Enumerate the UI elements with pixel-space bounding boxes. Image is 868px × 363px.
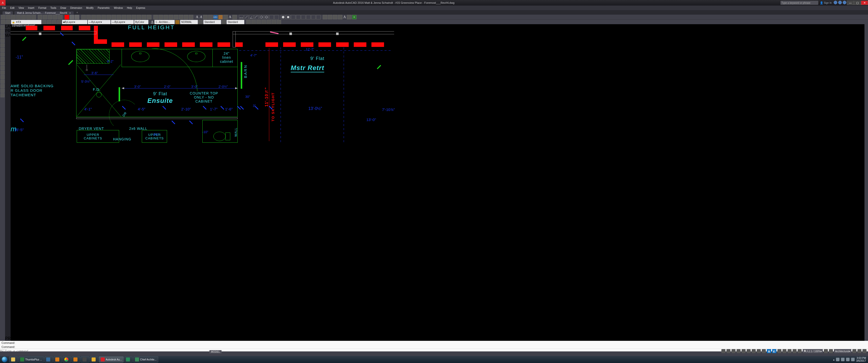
erase-icon[interactable] [142,15,146,20]
taskbar-app4[interactable] [90,357,98,363]
point-icon[interactable] [179,15,183,20]
undo-icon[interactable] [26,15,31,20]
dyn-icon[interactable] [752,349,756,353]
plotstyle-control[interactable]: ByColor [134,20,148,25]
textalign-icon[interactable] [223,15,228,20]
transp-icon[interactable] [762,349,766,353]
tool-leader-icon[interactable] [0,66,4,70]
tool-rect-icon[interactable] [0,43,4,47]
layer-dropdown[interactable]: 🔒 ☀ FX [11,20,41,25]
iso-icon[interactable] [793,349,797,353]
qnew-icon[interactable] [1,15,5,20]
block-icon[interactable] [323,15,327,20]
minimize-button[interactable]: — [847,0,854,5]
open-icon[interactable] [6,15,10,20]
rect-icon[interactable] [58,15,63,20]
linetype-control[interactable]: — ByLayer ▾ [111,20,134,25]
extend-icon[interactable] [117,15,121,20]
circle-icon[interactable] [48,15,53,20]
menu-edit[interactable]: Edit [8,6,17,9]
menu-parametric[interactable]: Parametric [96,6,112,9]
dim-diameter-icon[interactable] [264,15,269,20]
props-icon[interactable] [347,15,351,20]
annomon-icon[interactable] [777,349,781,353]
settings-icon[interactable]: ✳ [352,15,356,20]
dimstyle-icon[interactable] [175,20,180,25]
hatch-icon[interactable] [153,15,158,20]
chamfer-icon[interactable] [127,15,131,20]
tray-chevron-icon[interactable]: ▴ [833,358,834,361]
tool-circle-icon[interactable] [0,34,4,38]
osnap-icon[interactable] [742,349,746,353]
otrack-icon[interactable] [747,349,751,353]
annot-tool-icon[interactable] [232,15,237,20]
tray-network-icon[interactable] [846,358,849,361]
copy-icon[interactable] [86,15,91,20]
start-tab[interactable]: Start [2,11,13,14]
find-icon[interactable] [203,15,208,20]
textstyle-a-icon[interactable]: A [150,20,154,24]
dim-jogged-icon[interactable] [274,15,279,20]
fillet-icon[interactable] [122,15,126,20]
start-button[interactable] [0,356,9,363]
text-a-icon[interactable]: A [199,15,203,19]
helix-icon[interactable] [316,15,321,20]
taskbar-chrome[interactable] [63,357,71,363]
xref-icon[interactable] [333,15,337,20]
dim-ordinate-icon[interactable] [269,15,274,20]
right-scrollbar[interactable] [865,24,868,341]
plot-icon[interactable] [21,15,26,20]
mirror-icon[interactable] [96,15,101,20]
taskbar-app5[interactable] [124,357,133,363]
field-icon[interactable] [218,15,223,20]
group-icon[interactable] [246,20,251,25]
taskbar-chief[interactable]: Chief Archite... [133,357,158,363]
trim-icon[interactable] [112,15,116,20]
cone-icon[interactable] [296,15,301,20]
menu-tools[interactable]: Tools [49,6,58,9]
offset-icon[interactable] [132,15,136,20]
maximize-button[interactable]: ▢ [854,0,861,5]
pyramid-icon[interactable] [311,15,316,20]
menu-format[interactable]: Format [36,6,49,9]
dim-linear-icon[interactable] [239,15,244,20]
textstyle-icon[interactable]: ABC [213,15,218,20]
torus-icon[interactable] [306,15,311,20]
cylinder-icon[interactable] [291,15,296,20]
drawing-canvas[interactable]: [-][Top][2D Wireframe] FULL HEIGHT [10,24,865,341]
color-swatch-2[interactable] [75,15,79,20]
menu-express[interactable]: Express [134,6,147,9]
box-icon[interactable] [286,15,290,20]
gear-icon[interactable] [824,349,828,353]
polar-icon[interactable] [737,349,741,353]
spell-icon[interactable] [208,15,213,20]
mleaderstyle-dropdown[interactable]: Standard [226,20,244,25]
dimstyle-dropdown[interactable]: NORMAL [180,20,198,25]
cleanscreen-icon[interactable] [852,349,857,353]
grip[interactable] [39,33,41,35]
lwt-icon[interactable] [757,349,761,353]
close-button[interactable]: ✕ [861,0,868,5]
boundary-icon[interactable] [163,15,168,20]
clock-date[interactable]: 3/6/2017 [856,360,866,362]
menu-modify[interactable]: Modify [84,6,96,9]
annoscale-icon[interactable] [782,349,786,353]
annot-a-icon[interactable]: A [228,15,232,19]
tool-hatch-icon[interactable] [0,53,4,57]
scale-icon[interactable] [101,15,106,20]
tray-volume-icon[interactable] [851,358,855,361]
color-swatch[interactable] [70,15,74,20]
textstyle-dropdown[interactable]: 1 - Architec... [154,20,175,25]
region-icon[interactable] [168,15,173,20]
stretch-icon[interactable] [106,15,111,20]
units-readout[interactable]: Architectural ▾ [834,349,851,353]
insert-icon[interactable] [328,15,332,20]
redo-icon[interactable] [31,15,36,20]
saveas-icon[interactable] [16,15,21,20]
custom-icon[interactable] [858,349,862,353]
tray-icon[interactable] [863,349,867,353]
measure-icon[interactable] [189,15,193,20]
tool6-icon[interactable] [277,20,281,25]
ws-icon[interactable] [787,349,792,353]
taskbar-explorer[interactable] [9,357,18,363]
